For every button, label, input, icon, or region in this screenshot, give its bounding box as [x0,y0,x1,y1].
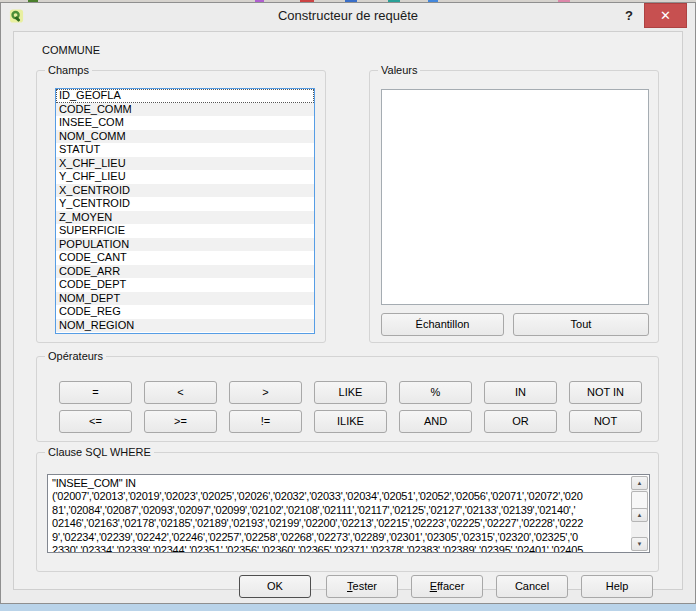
operator-button-and[interactable]: AND [399,410,472,433]
field-list-item[interactable]: CODE_ARR [56,265,314,279]
operator-button-lt[interactable]: < [144,381,217,404]
operators-grid: = < > LIKE % IN NOT IN <= >= != ILIKE AN… [59,381,642,433]
operator-button-eq[interactable]: = [59,381,132,404]
dialog-title: Constructeur de requête [1,8,695,23]
close-icon: ✕ [660,8,671,23]
dialog-client-area: COMMUNE Champs ID_GEOFLA CODE_COMM INSEE… [13,31,683,590]
operator-button-ne[interactable]: != [229,410,302,433]
values-list[interactable] [381,89,649,305]
clear-button[interactable]: Effacer [411,575,483,598]
test-button[interactable]: Tester [326,575,398,598]
field-list-item[interactable]: Y_CENTROID [56,197,314,211]
field-list-item[interactable]: CODE_COMM [56,103,314,117]
field-list-item[interactable]: Z_MOYEN [56,211,314,225]
field-list-item[interactable]: CODE_REG [56,305,314,319]
fields-groupbox: Champs ID_GEOFLA CODE_COMM INSEE_COM NOM… [36,70,326,343]
sql-line: ('02007','02013','02019','02023','02025'… [52,490,629,503]
operator-button-ilike[interactable]: ILIKE [314,410,387,433]
test-button-rest: ester [353,580,377,592]
field-list-item[interactable]: ID_GEOFLA [56,89,314,103]
titlebar-help-button[interactable]: ? [617,5,641,27]
help-button[interactable]: Help [581,575,653,598]
field-list-item[interactable]: CODE_DEPT [56,278,314,292]
sql-line: 9','02234','02239','02242','02246','0225… [52,531,629,544]
field-list-item[interactable]: SUPERFICIE [56,224,314,238]
field-list-item[interactable]: CODE_CANT [56,251,314,265]
sql-line-partial: 2330','02334','02339','02344','02351','0… [52,544,629,552]
sql-line: 81','02084','02087','02093','02097','020… [52,504,629,517]
operator-button-like[interactable]: LIKE [314,381,387,404]
sql-where-text[interactable]: "INSEE_COM" IN ('02007','02013','02019',… [48,475,631,552]
operator-button-percent[interactable]: % [399,381,472,404]
field-list-item[interactable]: INSEE_COM [56,116,314,130]
operator-button-ge[interactable]: >= [144,410,217,433]
cancel-button[interactable]: Cancel [496,575,568,598]
all-button[interactable]: Tout [513,313,649,336]
window-bottom-edge [0,604,696,611]
sql-where-groupbox: Clause SQL WHERE "INSEE_COM" IN ('02007'… [36,452,659,572]
field-list-item[interactable]: NOM_REGION [56,319,314,333]
operator-button-not[interactable]: NOT [569,410,642,433]
sql-line: 02146','02163','02178','02185','02189','… [52,517,629,530]
operator-button-gt[interactable]: > [229,381,302,404]
close-button[interactable]: ✕ [644,3,687,28]
operators-groupbox: Opérateurs = < > LIKE % IN NOT IN <= >= … [36,356,659,442]
field-list-item[interactable]: STATUT [56,143,314,157]
field-list-item[interactable]: NOM_COMM [56,130,314,144]
values-buttons-row: Échantillon Tout [381,313,649,336]
values-group-label: Valeurs [378,64,420,76]
sql-vertical-scrollbar[interactable]: ▲ ▲ ▼ [631,476,648,551]
title-bar[interactable]: Constructeur de requête ? ✕ [1,3,695,29]
operators-group-label: Opérateurs [45,350,106,362]
scroll-up-icon[interactable]: ▲ [631,508,648,522]
operator-button-not-in[interactable]: NOT IN [569,381,642,404]
scroll-up-icon[interactable]: ▲ [631,476,648,490]
field-list-item[interactable]: Y_CHF_LIEU [56,170,314,184]
values-groupbox: Valeurs Échantillon Tout [369,70,659,343]
sql-where-group-label: Clause SQL WHERE [45,446,154,458]
fields-group-label: Champs [45,64,92,76]
ok-button[interactable]: OK [239,575,311,598]
field-list-item[interactable]: X_CENTROID [56,184,314,198]
fields-list[interactable]: ID_GEOFLA CODE_COMM INSEE_COM NOM_COMM S… [55,88,315,334]
field-list-item[interactable]: POPULATION [56,238,314,252]
layer-name-label: COMMUNE [42,44,100,56]
sql-where-textarea[interactable]: "INSEE_COM" IN ('02007','02013','02019',… [47,474,650,553]
clear-button-accel: E [430,580,437,592]
query-builder-dialog: Constructeur de requête ? ✕ COMMUNE Cham… [0,2,696,604]
scroll-down-icon[interactable]: ▼ [631,537,648,551]
operator-button-or[interactable]: OR [484,410,557,433]
sample-button[interactable]: Échantillon [381,313,504,336]
operator-button-in[interactable]: IN [484,381,557,404]
clear-button-rest: ffacer [437,580,464,592]
field-list-item[interactable]: X_CHF_LIEU [56,157,314,171]
field-list-item[interactable]: NOM_DEPT [56,292,314,306]
sql-line: "INSEE_COM" IN [52,477,629,490]
operator-button-le[interactable]: <= [59,410,132,433]
